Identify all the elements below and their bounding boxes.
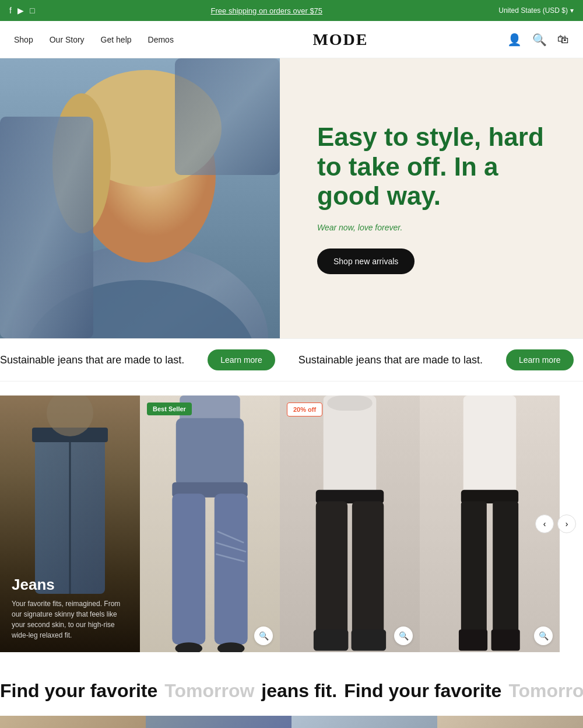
bottom-thumb-4[interactable] [437, 716, 583, 728]
products-wrapper: Jeans Your favorite fits, reimagined. Fr… [0, 396, 583, 652]
svg-rect-28 [316, 501, 347, 648]
nav-links-left: Shop Our Story Get help Demos [14, 35, 174, 44]
bottom-thumb-1[interactable] [0, 716, 146, 728]
nav-demos[interactable]: Demos [148, 35, 174, 44]
learn-more-button[interactable]: Learn more [208, 349, 275, 370]
featured-card-background: Jeans Your favorite fits, reimagined. Fr… [0, 396, 140, 652]
svg-rect-35 [461, 501, 487, 648]
marquee-text-2: Sustainable jeans that are made to last. [298, 354, 483, 366]
zoom-button-0[interactable]: 🔍 [254, 626, 273, 645]
find-text-1: Find your favorite [0, 680, 157, 702]
bottom-thumbnails [0, 716, 583, 728]
svg-rect-33 [463, 396, 517, 494]
main-nav: Shop Our Story Get help Demos MODE 👤 🔍 🛍 [0, 21, 583, 58]
products-grid: Jeans Your favorite fits, reimagined. Fr… [0, 396, 583, 652]
product-card-0: Best Seller 🔍 Brown Jeans Iowa Loose aro… [140, 396, 280, 652]
featured-jeans-card: Jeans Your favorite fits, reimagined. Fr… [0, 396, 140, 652]
hero-content: Easy to style, hard to take off. In a go… [280, 58, 583, 338]
learn-more-button-2[interactable]: Learn more [506, 349, 574, 370]
product-card-1: 20% off 🔍 Hepburn Jeans Raw Indigo High … [280, 396, 420, 652]
products-section: Jeans Your favorite fits, reimagined. Fr… [0, 382, 583, 666]
hero-headline: Easy to style, hard to take off. In a go… [317, 123, 546, 211]
shipping-link[interactable]: Free shipping on orders over $75 [211, 6, 323, 15]
svg-rect-7 [175, 58, 280, 175]
hero-image-svg [0, 58, 280, 338]
svg-rect-37 [459, 629, 487, 650]
hero-image [0, 58, 280, 338]
featured-card-title: Jeans [12, 576, 128, 594]
featured-card-text: Jeans Your favorite fits, reimagined. Fr… [12, 576, 128, 640]
find-marquee-content: Find your favorite Tomorrow jeans fit. F… [0, 680, 583, 702]
nav-get-help[interactable]: Get help [101, 35, 132, 44]
svg-rect-38 [491, 629, 520, 650]
svg-rect-18 [215, 494, 248, 645]
region-text: United States (USD $) [498, 6, 568, 15]
top-banner: f ▶ □ Free shipping on orders over $75 U… [0, 0, 583, 21]
zoom-button-1[interactable]: 🔍 [394, 626, 413, 645]
svg-rect-6 [0, 117, 93, 338]
cart-icon[interactable]: 🛍 [557, 33, 569, 46]
marquee-content: Sustainable jeans that are made to last.… [0, 349, 583, 370]
bottom-thumb-3[interactable] [292, 716, 437, 728]
svg-rect-17 [172, 494, 205, 645]
hero-subtitle: Wear now, love forever. [317, 223, 546, 232]
instagram-icon[interactable]: □ [30, 6, 34, 15]
product-img-svg-0 [140, 396, 280, 652]
find-text-tomorrow-1: Tomorrow [164, 680, 254, 702]
shop-new-arrivals-button[interactable]: Shop new arrivals [317, 249, 415, 274]
marquee-banner: Sustainable jeans that are made to last.… [0, 338, 583, 382]
nav-icons-right: 👤 🔍 🛍 [507, 33, 569, 47]
social-icons: f ▶ □ [9, 6, 34, 15]
banner-message: Free shipping on orders over $75 [34, 6, 498, 15]
find-text-jeans-1: jeans fit. [261, 680, 337, 702]
featured-card-description: Your favorite fits, reimagined. From our… [12, 598, 128, 640]
zoom-button-2[interactable]: 🔍 [534, 626, 553, 645]
bottom-thumb-2[interactable] [146, 716, 292, 728]
sale-badge: 20% off [287, 402, 322, 416]
carousel-prev-button[interactable]: ‹ [535, 514, 554, 533]
svg-rect-29 [352, 501, 384, 648]
product-image-0: Best Seller 🔍 [140, 396, 280, 652]
search-icon[interactable]: 🔍 [532, 33, 547, 47]
nav-our-story[interactable]: Our Story [50, 35, 85, 44]
facebook-icon[interactable]: f [9, 6, 12, 15]
bestseller-badge: Best Seller [147, 402, 192, 415]
region-selector[interactable]: United States (USD $) ▾ [498, 6, 574, 15]
hero-model-photo [0, 58, 280, 338]
hero-section: Easy to style, hard to take off. In a go… [0, 58, 583, 338]
find-marquee: Find your favorite Tomorrow jeans fit. F… [0, 666, 583, 716]
product-image-1: 20% off 🔍 [280, 396, 420, 652]
find-text-2: Find your favorite [344, 680, 501, 702]
svg-rect-15 [176, 418, 244, 486]
product-img-svg-1 [280, 396, 420, 652]
carousel-arrows: ‹ › [535, 514, 576, 533]
svg-rect-26 [327, 396, 373, 411]
nav-shop[interactable]: Shop [14, 35, 33, 44]
site-logo[interactable]: MODE [312, 30, 368, 49]
youtube-icon[interactable]: ▶ [17, 6, 24, 15]
user-icon[interactable]: 👤 [507, 33, 522, 47]
find-text-tomorrow-2: Tomorrow [508, 680, 583, 702]
marquee-text-1: Sustainable jeans that are made to last. [0, 354, 184, 366]
carousel-next-button[interactable]: › [557, 514, 576, 533]
svg-rect-30 [314, 629, 349, 650]
svg-rect-31 [352, 629, 387, 650]
svg-rect-36 [493, 501, 518, 648]
chevron-down-icon: ▾ [570, 6, 574, 15]
